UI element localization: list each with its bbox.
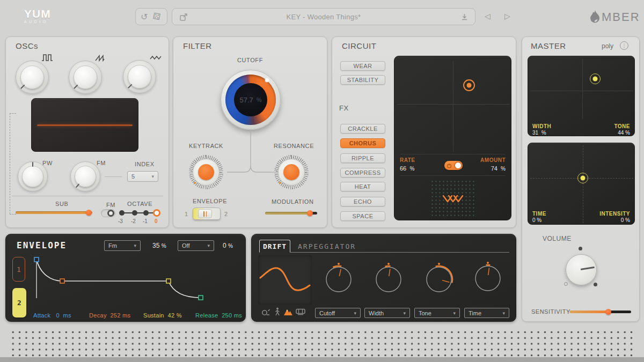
- drift-panel: DRIFT ARPEGGIATOR: [251, 234, 516, 322]
- drift-target-select-2[interactable]: Width: [364, 308, 410, 318]
- randomize-group: ↺ ⚄: [135, 8, 167, 25]
- modulation-slider-handle[interactable]: [307, 210, 313, 216]
- tone-value: 44 %: [618, 130, 630, 136]
- envelope-select-switch[interactable]: [193, 208, 221, 220]
- snail-icon[interactable]: [261, 308, 270, 316]
- speaker-grille: [8, 328, 636, 357]
- volume-knob[interactable]: [566, 254, 597, 285]
- fx-label: FX: [339, 104, 349, 112]
- fx-xy-pad[interactable]: RATE 66 % AMOUNT 74 %: [394, 56, 511, 220]
- mountain-icon[interactable]: [283, 308, 293, 316]
- fx-button-space[interactable]: SPACE: [340, 211, 385, 221]
- index-select[interactable]: 5: [127, 171, 158, 182]
- volume-tick-top: [579, 247, 582, 250]
- octave-dot-0[interactable]: [153, 209, 160, 217]
- walker-icon[interactable]: [274, 307, 281, 316]
- fx-button-crackle[interactable]: CRACKLE: [340, 124, 385, 134]
- next-preset-button[interactable]: ▷: [504, 12, 510, 20]
- cutoff-knob[interactable]: 57.7 %: [221, 70, 281, 130]
- fx-button-heat[interactable]: HEAT: [340, 182, 385, 191]
- fx-button-compress[interactable]: COMPRESS: [340, 168, 385, 178]
- tab-arpeggiator[interactable]: ARPEGGIATOR: [298, 242, 356, 250]
- fx-button-ripple[interactable]: RIPPLE: [340, 153, 385, 163]
- preset-name[interactable]: KEY - Wooden Things*: [172, 13, 475, 21]
- cutoff-label: CUTOFF: [173, 57, 327, 63]
- width-tone-handle[interactable]: [590, 73, 601, 84]
- adsr-curve[interactable]: [27, 256, 242, 301]
- fx-pad-handle[interactable]: [463, 79, 475, 91]
- undo-icon[interactable]: ↺: [141, 13, 148, 21]
- fm-toggle[interactable]: [101, 209, 115, 217]
- sub-slider-handle[interactable]: [86, 210, 92, 216]
- octave-dot-m1[interactable]: [143, 210, 149, 216]
- env-dest2-select[interactable]: Off: [178, 240, 214, 251]
- wear-button[interactable]: WEAR: [340, 61, 385, 71]
- drift-knob-3[interactable]: [424, 264, 454, 294]
- volume-tick-left: [564, 282, 568, 286]
- sensitivity-handle[interactable]: [605, 309, 611, 315]
- drift-target-select-4[interactable]: Time: [464, 308, 509, 318]
- release-handle: [199, 295, 203, 300]
- info-icon[interactable]: ⋮: [620, 41, 628, 50]
- sensitivity-slider[interactable]: [569, 311, 609, 313]
- env-dest1-amount[interactable]: 35 %: [152, 242, 166, 249]
- voice-mode[interactable]: poly: [602, 42, 613, 50]
- preset-bar[interactable]: KEY - Wooden Things*: [172, 8, 475, 25]
- drift-target-select-3[interactable]: Tone: [414, 308, 460, 318]
- volume-tick-right: [594, 283, 597, 286]
- pw-knob[interactable]: [18, 161, 48, 191]
- fx-button-chorus[interactable]: CHORUS: [340, 138, 385, 148]
- keytrack-knob[interactable]: [189, 155, 223, 189]
- osc2-level-knob[interactable]: [69, 61, 102, 94]
- drift-knob-4[interactable]: [473, 263, 503, 293]
- prev-preset-button[interactable]: ◁: [485, 12, 491, 20]
- resonance-label: RESONANCE: [274, 143, 311, 149]
- octave-option[interactable]: -1: [143, 218, 148, 224]
- filter-routing-lines: [227, 129, 275, 175]
- sensitivity-label: SENSITIVITY: [531, 308, 570, 315]
- time-intensity-handle[interactable]: [577, 173, 588, 183]
- time-intensity-pad[interactable]: TIME 0 % INTENSITY 0 %: [528, 143, 635, 225]
- octave-option-active[interactable]: 0: [155, 218, 158, 224]
- drift-knob-1[interactable]: [324, 264, 354, 294]
- dice-icon[interactable]: ⚄: [152, 12, 161, 22]
- envelope-tab-1[interactable]: 1: [12, 257, 25, 282]
- modulation-label: MODULATION: [272, 198, 314, 205]
- drift-target-select-1[interactable]: Cutoff: [315, 308, 361, 318]
- release-legend: Release 250 ms: [195, 312, 242, 319]
- env-dest1-select[interactable]: Fm: [104, 240, 141, 251]
- decay-legend: Decay 252 ms: [89, 312, 130, 319]
- stability-button[interactable]: STABILITY: [340, 75, 385, 85]
- octave-option[interactable]: -2: [131, 218, 136, 224]
- octave-option[interactable]: -3: [118, 218, 123, 224]
- save-download-icon[interactable]: [460, 13, 469, 21]
- logo-text: YUM: [24, 8, 51, 20]
- osc1-level-knob[interactable]: [16, 61, 49, 94]
- chorus-wave-icon: [442, 193, 465, 204]
- fm-knob[interactable]: [70, 161, 100, 191]
- env-dest2-amount[interactable]: 0 %: [223, 242, 233, 249]
- octave-dot-m2[interactable]: [132, 210, 137, 216]
- sustain-legend: Sustain 42 %: [143, 312, 182, 319]
- env-option-1[interactable]: 1: [185, 211, 188, 217]
- fx-power-toggle[interactable]: [444, 161, 463, 170]
- sub-slider[interactable]: [16, 211, 92, 214]
- tone-label: TONE: [614, 123, 630, 129]
- resonance-knob[interactable]: [274, 155, 309, 189]
- sub-label: SUB: [55, 201, 68, 207]
- tab-drift[interactable]: DRIFT: [259, 240, 290, 253]
- octave-dot-m3[interactable]: [119, 210, 125, 216]
- width-value: 31 %: [532, 130, 546, 136]
- modulation-slider[interactable]: [265, 212, 311, 215]
- env-option-2[interactable]: 2: [224, 211, 228, 217]
- osc-waveform-display[interactable]: [31, 98, 138, 152]
- cutoff-value: 57.7: [239, 96, 253, 104]
- width-tone-pad[interactable]: WIDTH 31 % TONE 44 %: [528, 56, 635, 136]
- osc3-level-knob[interactable]: [123, 60, 156, 93]
- drift-knob-2[interactable]: [374, 264, 404, 294]
- width-label: WIDTH: [532, 123, 551, 129]
- rate-value: 66 %: [400, 165, 414, 172]
- envelope-tab-2[interactable]: 2: [12, 288, 26, 317]
- train-icon[interactable]: [296, 308, 305, 315]
- fx-button-echo[interactable]: ECHO: [340, 197, 385, 206]
